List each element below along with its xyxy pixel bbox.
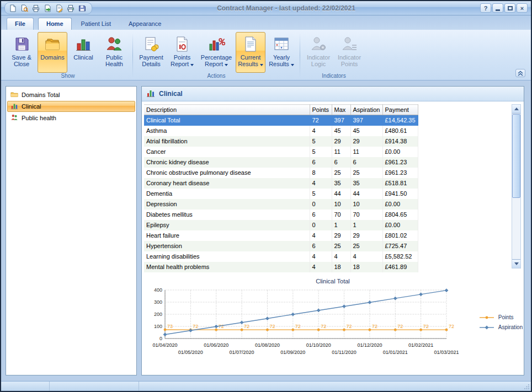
table-cell: Coronary heart disease bbox=[144, 178, 310, 189]
table-cell: £941.50 bbox=[382, 189, 418, 199]
column-header[interactable]: Payment bbox=[382, 105, 418, 115]
print-icon[interactable] bbox=[30, 3, 41, 13]
percentage-report-button[interactable]: Percentage Report bbox=[198, 32, 235, 73]
column-header[interactable]: Aspiration bbox=[350, 105, 382, 115]
legend-item: Aspiration bbox=[478, 324, 523, 330]
table-cell: 25 bbox=[332, 168, 350, 178]
table-cell: 4 bbox=[310, 178, 332, 189]
svg-text:100: 100 bbox=[154, 324, 162, 329]
sidebar-item-domains-total[interactable]: Domains Total bbox=[7, 89, 135, 100]
table-row[interactable]: Dementia54444£941.50 bbox=[144, 189, 418, 199]
table-header-row: DescriptionPointsMaxAspirationPayment bbox=[144, 105, 418, 115]
ribbon-collapse-button[interactable] bbox=[515, 69, 525, 77]
table-cell: £0.00 bbox=[382, 220, 418, 230]
sidebar-item-clinical[interactable]: Clinical bbox=[7, 101, 135, 112]
table-cell: £0.00 bbox=[382, 147, 418, 157]
table-row[interactable]: Epilepsy011£0.00 bbox=[144, 220, 418, 230]
column-header[interactable]: Max bbox=[332, 105, 350, 115]
svg-text:72: 72 bbox=[244, 324, 249, 329]
column-header[interactable]: Points bbox=[310, 105, 332, 115]
window-buttons: ? × bbox=[480, 3, 528, 13]
table-row[interactable]: Diabetes mellitus67070£804.65 bbox=[144, 210, 418, 220]
table-cell: Chronic kidney disease bbox=[144, 157, 310, 168]
table-row[interactable]: Clinical Total72397397£14,542.35 bbox=[144, 115, 418, 126]
tab-label: Patient List bbox=[81, 20, 111, 27]
table-cell: 6 bbox=[310, 157, 332, 168]
public-health-button[interactable]: Public Health bbox=[99, 32, 129, 73]
legend-swatch-icon bbox=[478, 325, 495, 330]
indicator-points-icon bbox=[341, 34, 358, 54]
svg-text:72: 72 bbox=[321, 324, 326, 329]
scroll-up-button[interactable] bbox=[512, 105, 520, 114]
vertical-scrollbar[interactable] bbox=[512, 104, 521, 269]
table-cell: 10 bbox=[350, 199, 382, 210]
close-icon: × bbox=[520, 5, 524, 12]
table-cell: 44 bbox=[332, 189, 350, 199]
minimize-button[interactable] bbox=[492, 3, 503, 13]
table-cell: 4 bbox=[310, 251, 332, 262]
points-report-button[interactable]: Points Report bbox=[167, 32, 197, 73]
clinical-icon bbox=[75, 34, 92, 54]
print-preview-icon[interactable] bbox=[19, 3, 29, 13]
payment-details-button[interactable]: Payment Details bbox=[136, 32, 166, 73]
save-close-icon bbox=[13, 34, 30, 54]
report-edit-icon[interactable] bbox=[54, 3, 64, 13]
folder-icon bbox=[10, 90, 18, 99]
status-panel bbox=[139, 382, 522, 391]
table-cell: 6 bbox=[310, 241, 332, 251]
table-row[interactable]: Asthma44545£480.61 bbox=[144, 126, 418, 136]
title-bar[interactable]: Contract Manager - last updated: 22/02/2… bbox=[1, 1, 531, 15]
domains-button[interactable]: Domains bbox=[38, 32, 67, 73]
export-icon[interactable] bbox=[42, 3, 52, 13]
svg-text:01/02/2021: 01/02/2021 bbox=[408, 342, 433, 348]
quick-access-toolbar bbox=[4, 2, 92, 14]
domains-icon bbox=[44, 34, 61, 54]
table-cell: £518.81 bbox=[382, 178, 418, 189]
scrollbar-thumb[interactable] bbox=[512, 114, 520, 198]
table-row[interactable]: Chronic obstructive pulmonary disease825… bbox=[144, 168, 418, 178]
tab-appearance[interactable]: Appearance bbox=[120, 18, 169, 30]
table-cell: Heart failure bbox=[144, 230, 310, 241]
column-header[interactable]: Description bbox=[144, 105, 310, 115]
svg-text:72: 72 bbox=[449, 324, 454, 329]
scroll-down-button[interactable] bbox=[512, 259, 520, 268]
dropdown-arrow-icon bbox=[190, 64, 194, 66]
svg-text:72: 72 bbox=[397, 324, 403, 329]
clinical-button[interactable]: Clinical bbox=[68, 32, 98, 73]
table-row[interactable]: Mental health problems41818£461.89 bbox=[144, 262, 418, 272]
table-cell: 397 bbox=[332, 115, 350, 126]
resize-grip[interactable] bbox=[522, 382, 531, 391]
table-row[interactable]: Atrial fibrillation52929£914.38 bbox=[144, 136, 418, 147]
save-close-button[interactable]: Save & Close bbox=[7, 32, 36, 73]
close-button[interactable]: × bbox=[517, 3, 528, 13]
table-row[interactable]: Learning disabilities444£5,582.52 bbox=[144, 251, 418, 262]
table-cell: 29 bbox=[332, 230, 350, 241]
table-cell: 18 bbox=[332, 262, 350, 272]
table-row[interactable]: Chronic kidney disease666£961.23 bbox=[144, 157, 418, 168]
help-button[interactable]: ? bbox=[480, 3, 491, 13]
table-row[interactable]: Heart failure42929£801.02 bbox=[144, 230, 418, 241]
svg-text:01/04/2020: 01/04/2020 bbox=[152, 342, 177, 348]
yearly-results-button[interactable]: Yearly Results bbox=[267, 32, 296, 73]
sidebar-item-public-health[interactable]: Public health bbox=[7, 112, 135, 123]
maximize-button[interactable] bbox=[504, 3, 515, 13]
button-label: Public Health bbox=[105, 54, 123, 67]
svg-text:01/11/2020: 01/11/2020 bbox=[332, 350, 356, 355]
tab-home[interactable]: Home bbox=[38, 18, 72, 30]
tab-file[interactable]: File bbox=[7, 18, 34, 30]
indicator-logic-icon bbox=[310, 34, 327, 54]
current-results-button[interactable]: Current Results bbox=[236, 32, 265, 73]
table-row[interactable]: Coronary heart disease43535£518.81 bbox=[144, 178, 418, 189]
table-cell: 29 bbox=[332, 136, 350, 147]
help-icon: ? bbox=[484, 5, 488, 12]
save-icon[interactable] bbox=[77, 3, 87, 13]
table-row[interactable]: Hypertension62525£725.47 bbox=[144, 241, 418, 251]
table-cell: 1 bbox=[332, 220, 350, 230]
table-row[interactable]: Cancer51111£0.00 bbox=[144, 147, 418, 157]
new-document-icon[interactable] bbox=[7, 3, 18, 13]
table-row[interactable]: Depression01010£0.00 bbox=[144, 199, 418, 210]
quick-print-icon[interactable] bbox=[65, 3, 76, 13]
table-cell: 6 bbox=[310, 210, 332, 220]
table-cell: Learning disabilities bbox=[144, 251, 310, 262]
tab-patient-list[interactable]: Patient List bbox=[73, 18, 119, 30]
